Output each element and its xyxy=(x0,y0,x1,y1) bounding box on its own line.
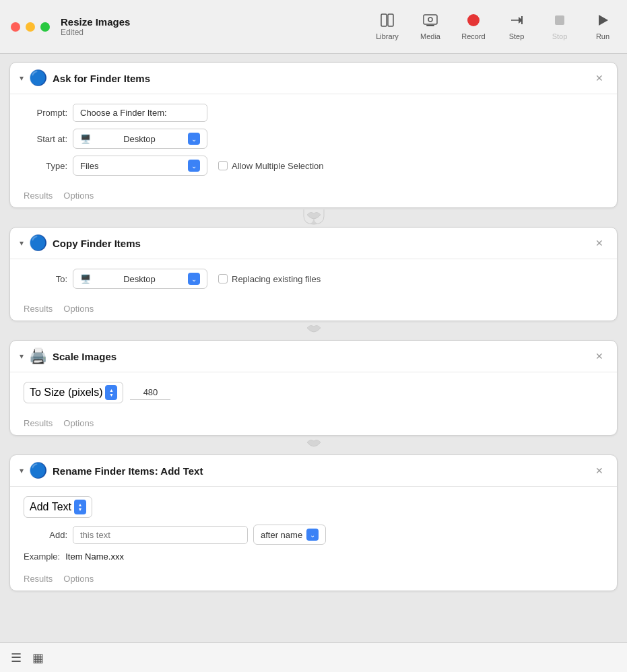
prompt-input[interactable] xyxy=(73,104,207,122)
down-arrow: ▼ xyxy=(109,393,114,397)
up-arrow: ▲ xyxy=(109,388,114,393)
bottom-toolbar: ☰ ▦ xyxy=(0,642,627,672)
type-arrow: ⌄ xyxy=(188,160,200,172)
add-type-select[interactable]: Add Text ▲ ▼ xyxy=(24,496,92,518)
svg-point-3 xyxy=(428,18,432,22)
grid-view-icon[interactable]: ▦ xyxy=(32,650,44,665)
svg-point-5 xyxy=(467,14,480,26)
rename-finder-title: Rename Finder Items: Add Text xyxy=(53,465,586,477)
copy-finder-options-tab[interactable]: Options xyxy=(63,304,94,314)
stop-toolbar-item[interactable]: Stop xyxy=(546,13,573,40)
connector-1 xyxy=(9,208,618,227)
add-type-row: Add Text ▲ ▼ xyxy=(24,496,603,518)
copy-finder-results-tab[interactable]: Results xyxy=(24,304,53,314)
position-value: after name xyxy=(261,530,302,540)
ask-finder-chevron[interactable]: ▾ xyxy=(20,73,24,83)
media-label: Media xyxy=(420,32,440,40)
scale-images-options-tab[interactable]: Options xyxy=(63,418,94,428)
svg-rect-4 xyxy=(426,25,434,26)
main-content: ▾ 🔵 Ask for Finder Items ✕ Prompt: Start… xyxy=(0,54,627,599)
svg-marker-10 xyxy=(599,15,608,26)
replacing-checkbox[interactable] xyxy=(218,274,228,283)
record-icon xyxy=(466,13,481,30)
copy-finder-title: Copy Finder Items xyxy=(53,238,586,249)
add-text-input[interactable] xyxy=(73,526,248,544)
rename-finder-options-tab[interactable]: Options xyxy=(63,574,94,584)
rename-finder-header: ▾ 🔵 Rename Finder Items: Add Text ✕ xyxy=(10,455,617,487)
rename-finder-close[interactable]: ✕ xyxy=(591,465,607,477)
allow-multiple-label: Allow Multiple Selection xyxy=(232,161,324,171)
example-value: Item Name.xxx xyxy=(65,551,124,562)
size-type-value: To Size (pixels) xyxy=(30,387,102,399)
type-value: Files xyxy=(80,161,98,171)
toolbar: Library Media Record xyxy=(374,13,616,40)
position-select[interactable]: after name ⌄ xyxy=(253,525,326,545)
run-toolbar-item[interactable]: Run xyxy=(589,13,616,40)
replacing-row: Replacing existing files xyxy=(218,274,321,284)
replacing-label: Replacing existing files xyxy=(232,274,321,284)
run-icon xyxy=(595,13,610,30)
add-type-arrows[interactable]: ▲ ▼ xyxy=(74,500,86,514)
start-at-select[interactable]: 🖥️ Desktop ⌄ xyxy=(73,129,207,149)
copy-finder-content: To: 🖥️ Desktop ⌄ Replacing existing file… xyxy=(10,259,617,301)
to-select[interactable]: 🖥️ Desktop ⌄ xyxy=(73,269,207,289)
size-type-select[interactable]: To Size (pixels) ▲ ▼ xyxy=(24,382,123,403)
to-value: Desktop xyxy=(123,274,156,284)
step-toolbar-item[interactable]: Step xyxy=(503,13,530,40)
size-value-input[interactable] xyxy=(130,385,170,400)
scale-images-icon: 🖨️ xyxy=(29,347,47,365)
scale-images-footer: Results Options xyxy=(10,415,617,435)
scale-images-results-tab[interactable]: Results xyxy=(24,418,53,428)
list-view-icon[interactable]: ☰ xyxy=(11,650,22,665)
start-at-value: Desktop xyxy=(123,134,156,144)
size-type-arrows[interactable]: ▲ ▼ xyxy=(105,385,117,400)
ask-finder-results-tab[interactable]: Results xyxy=(24,191,53,201)
record-toolbar-item[interactable]: Record xyxy=(460,13,487,40)
library-icon xyxy=(380,13,395,30)
start-at-row: Start at: 🖥️ Desktop ⌄ xyxy=(24,129,603,149)
type-label: Type: xyxy=(24,161,67,171)
rename-finder-results-tab[interactable]: Results xyxy=(24,574,53,584)
copy-finder-footer: Results Options xyxy=(10,301,617,321)
position-arrow: ⌄ xyxy=(306,529,319,541)
to-row: To: 🖥️ Desktop ⌄ Replacing existing file… xyxy=(24,269,603,289)
start-at-icon: 🖥️ xyxy=(80,134,91,144)
minimize-button[interactable] xyxy=(26,22,35,32)
rename-finder-icon: 🔵 xyxy=(29,462,47,479)
app-title: Resize Images xyxy=(61,16,374,28)
library-toolbar-item[interactable]: Library xyxy=(374,13,401,40)
titlebar: Resize Images Edited Library Media xyxy=(0,0,627,54)
type-select[interactable]: Files ⌄ xyxy=(73,156,207,176)
prompt-label: Prompt: xyxy=(24,108,67,118)
close-button[interactable] xyxy=(11,22,20,32)
connector-3 xyxy=(9,436,618,455)
window-controls xyxy=(11,22,50,32)
add-down-arrow: ▼ xyxy=(78,507,83,512)
svg-rect-2 xyxy=(424,15,437,24)
rename-finder-block: ▾ 🔵 Rename Finder Items: Add Text ✕ Add … xyxy=(9,455,618,591)
copy-finder-close[interactable]: ✕ xyxy=(591,237,607,249)
to-arrow: ⌄ xyxy=(188,273,200,285)
copy-finder-block: ▾ 🔵 Copy Finder Items ✕ To: 🖥️ Desktop ⌄… xyxy=(9,227,618,321)
allow-multiple-row: Allow Multiple Selection xyxy=(218,161,324,171)
stop-icon xyxy=(552,13,567,30)
add-label: Add: xyxy=(24,530,67,540)
rename-finder-chevron[interactable]: ▾ xyxy=(20,466,24,475)
ask-finder-content: Prompt: Start at: 🖥️ Desktop ⌄ Type: Fil… xyxy=(10,94,617,188)
copy-finder-chevron[interactable]: ▾ xyxy=(20,238,24,248)
ask-finder-footer: Results Options xyxy=(10,188,617,207)
ask-finder-options-tab[interactable]: Options xyxy=(63,191,94,201)
rename-finder-footer: Results Options xyxy=(10,571,617,591)
type-row: Type: Files ⌄ Allow Multiple Selection xyxy=(24,156,603,176)
media-toolbar-item[interactable]: Media xyxy=(417,13,444,40)
copy-finder-icon: 🔵 xyxy=(29,234,47,252)
add-up-arrow: ▲ xyxy=(78,502,83,507)
ask-finder-close[interactable]: ✕ xyxy=(591,72,607,84)
maximize-button[interactable] xyxy=(40,22,50,32)
start-at-label: Start at: xyxy=(24,134,67,144)
start-at-arrow: ⌄ xyxy=(188,133,200,145)
stop-label: Stop xyxy=(552,32,568,40)
allow-multiple-checkbox[interactable] xyxy=(218,161,228,170)
scale-images-chevron[interactable]: ▾ xyxy=(20,351,24,361)
scale-images-close[interactable]: ✕ xyxy=(591,350,607,362)
